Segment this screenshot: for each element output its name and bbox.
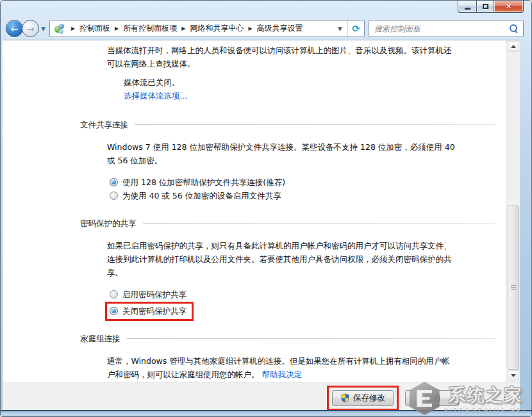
media-stream-description: 当媒体流打开时，网络上的人员和设备便可以访问该计算机上的图片、音乐以及视频。该计… [107,44,456,70]
forward-button[interactable]: → [22,20,39,37]
radio-40-56bit-encryption[interactable]: 为使用 40 或 56 位加密的设备启用文件共享 [110,189,506,202]
section-title: 家庭组连接 [80,332,121,345]
caption-buttons: ✕ [458,1,524,13]
search-icon [510,24,518,33]
breadcrumb-all-items[interactable]: 所有控制面板项 [123,23,177,34]
refresh-icon: ⟳ [352,23,360,35]
breadcrumb-network-sharing-center[interactable]: 网络和共享中心 [190,23,244,34]
media-stream-status: 媒体流已关闭。 [124,76,506,89]
scrollbar-thumb[interactable] [508,206,519,370]
media-stream-options-link[interactable]: 选择媒体流选项... [124,91,187,101]
section-rule [135,124,495,125]
password-sharing-radio-group: 启用密码保护共享 关闭密码保护共享 [110,288,506,321]
radio-label: 使用 128 位加密帮助保护文件共享连接(推荐) [122,176,285,189]
scroll-up-button[interactable] [508,41,519,52]
close-button[interactable]: ✕ [494,1,524,13]
settings-client-area: 当媒体流打开时，网络上的人员和设备便可以访问该计算机上的图片、音乐以及视频。该计… [3,40,520,382]
nav-buttons: ← → ▼ [6,20,48,37]
window-bottom-frame [1,410,531,416]
address-breadcrumb-bar[interactable]: ▶ 控制面板 ▶ 所有控制面板项 ▶ 网络和共享中心 ▶ 高级共享设置 ▼ ⟳ [49,20,365,37]
breadcrumb-arrow-icon[interactable]: ▶ [244,26,256,31]
scroll-down-button[interactable] [508,370,519,381]
minimize-icon [465,8,470,10]
grip-icon [511,285,516,290]
password-sharing-description: 如果已启用密码保护的共享，则只有具备此计算机的用户帐户和密码的用户才可以访问共享… [107,239,456,279]
save-changes-button[interactable]: 保存修改 [332,390,394,406]
save-button-label: 保存修改 [353,393,385,404]
breadcrumb-arrow-icon[interactable]: ▶ [67,26,79,31]
section-title: 文件共享连接 [80,118,128,131]
radio-selected-icon [110,178,118,186]
radio-label: 关闭密码保护共享 [122,304,187,318]
control-panel-icon [54,24,64,34]
refresh-button[interactable]: ⟳ [347,20,364,37]
arrow-left-icon: ← [11,24,19,34]
navigation-toolbar: ← → ▼ ▶ 控制面板 ▶ 所有控制面板项 ▶ 网络和共享中心 ▶ 高级共享设… [1,17,531,40]
minimize-button[interactable] [458,1,476,13]
section-header-homegroup: 家庭组连接 [80,332,495,345]
arrow-right-icon: → [27,24,35,34]
section-title: 密码保护的共享 [80,217,137,230]
breadcrumb-arrow-icon[interactable]: ▶ [177,26,190,31]
triangle-down-icon [511,374,516,377]
close-icon: ✕ [505,2,511,11]
red-highlight-box: 保存修改 [327,386,399,411]
back-button[interactable]: ← [6,20,23,37]
section-rule [143,223,495,224]
recent-pages-dropdown[interactable]: ▼ [41,26,46,32]
radio-selected-icon [110,307,118,315]
cancel-button[interactable]: 取消 [405,390,459,406]
radio-unselected-icon [110,290,118,298]
radio-label: 启用密码保护共享 [122,288,187,301]
maximize-icon [483,4,488,9]
address-dropdown-icon[interactable]: ▼ [333,26,347,32]
maximize-button[interactable] [476,1,494,13]
section-header-password-sharing: 密码保护的共享 [80,217,495,230]
radio-unselected-icon [110,192,118,200]
search-box [369,20,524,37]
advanced-sharing-settings-window: ✕ ← → ▼ ▶ 控制面板 ▶ 所有控制面板项 ▶ 网络和共享中心 ▶ 高级共… [0,0,532,417]
section-rule [127,338,495,339]
help-me-decide-link[interactable]: 帮助我决定 [262,370,302,379]
breadcrumb-arrow-icon[interactable]: ▶ [110,26,123,31]
triangle-up-icon [511,45,516,48]
red-highlight-box: 关闭密码保护共享 [105,302,194,321]
radio-disable-password-sharing[interactable]: 关闭密码保护共享 [110,304,187,318]
file-sharing-radio-group: 使用 128 位加密帮助保护文件共享连接(推荐) 为使用 40 或 56 位加密… [110,176,506,202]
breadcrumb-control-panel[interactable]: 控制面板 [79,23,110,34]
homegroup-description: 通常，Windows 管理与其他家庭组计算机的连接。但是如果您在所有计算机上拥有… [107,354,456,381]
footer-bar: 保存修改 取消 [3,382,520,411]
settings-content: 当媒体流打开时，网络上的人员和设备便可以访问该计算机上的图片、音乐以及视频。该计… [3,40,506,382]
vertical-scrollbar[interactable] [506,40,520,382]
uac-shield-icon [340,393,350,403]
radio-128bit-encryption[interactable]: 使用 128 位加密帮助保护文件共享连接(推荐) [110,176,506,189]
file-sharing-description: Windows 7 使用 128 位加密帮助保护文件共享连接。某些设备不支持 1… [107,140,456,167]
radio-enable-password-sharing[interactable]: 启用密码保护共享 [110,288,506,301]
search-input[interactable] [369,24,510,33]
breadcrumb-advanced-sharing[interactable]: 高级共享设置 [257,23,303,34]
section-header-file-sharing: 文件共享连接 [80,118,495,131]
radio-label: 为使用 40 或 56 位加密的设备启用文件共享 [122,189,281,202]
cancel-button-label: 取消 [424,393,440,404]
